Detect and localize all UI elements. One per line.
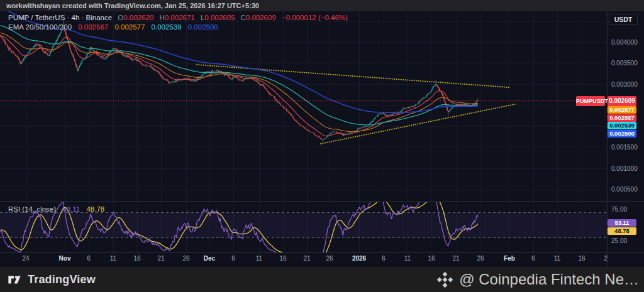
candle-bodies-down bbox=[1, 28, 478, 140]
time-tick-label: 21 bbox=[147, 255, 175, 262]
price-axis-label: 0.001500 bbox=[611, 144, 638, 151]
ema20-value: 0.002567 bbox=[78, 23, 108, 31]
ema-price-badge: 0.002567 bbox=[608, 114, 636, 122]
time-tick-label: 6 bbox=[219, 255, 247, 262]
ema-line-50[interactable] bbox=[1, 33, 478, 131]
close-label: C bbox=[241, 14, 246, 21]
tradingview-chart-window: workwithshayan created with TradingView.… bbox=[0, 0, 644, 292]
time-axis[interactable]: 24Nov611162126Dec6111621262026611162126F… bbox=[0, 252, 644, 267]
candle-wicks-up bbox=[2, 19, 477, 143]
rsi-legend-title: RSI (14, close) bbox=[8, 205, 56, 213]
price-axis-label: 0.000500 bbox=[611, 186, 638, 193]
ema200-value: 0.002500 bbox=[188, 23, 218, 31]
ema-price-badge: 0.002577 bbox=[608, 106, 636, 114]
low-value: 0.002605 bbox=[204, 14, 235, 21]
watermark: @ Coinpedia Fintech Ne… bbox=[436, 271, 639, 288]
time-tick-label: 11 bbox=[543, 255, 571, 262]
time-tick-label: 24 bbox=[12, 255, 40, 262]
rsi-axis-label: 25.00 bbox=[611, 237, 627, 245]
change-value: −0.000012 (−0.46%) bbox=[282, 14, 348, 21]
high-label: H bbox=[159, 14, 164, 21]
candle-wicks-down bbox=[1, 27, 478, 140]
rsi-value-badge: 53.11 bbox=[608, 219, 636, 227]
trendline[interactable] bbox=[321, 104, 517, 144]
close-value: 0.002609 bbox=[246, 14, 276, 21]
open-label: O bbox=[118, 14, 123, 21]
time-tick-label: 26 bbox=[316, 255, 343, 262]
rsi-ma-value: 48.78 bbox=[86, 205, 104, 213]
symbol-title: PUMP / TetherUS · 4h · Binance bbox=[8, 14, 112, 21]
open-value: 0.002620 bbox=[123, 14, 153, 21]
rsi-axis-label: 75.00 bbox=[611, 206, 627, 214]
currency-usdt-button[interactable]: USDT bbox=[609, 14, 638, 25]
price-axis[interactable]: USDT 0.0040000.0035000.0030000.0015000.0… bbox=[607, 11, 644, 267]
trendline[interactable] bbox=[197, 65, 509, 87]
attribution-text: workwithshayan created with TradingView.… bbox=[6, 2, 259, 9]
ema-price-badge: 0.002500 bbox=[608, 130, 636, 138]
time-tick-label: 26 bbox=[467, 255, 494, 262]
rsi-value: 53.11 bbox=[62, 205, 80, 213]
chart-area: PUMP / TetherUS · 4h · Binance O0.002620… bbox=[0, 11, 644, 267]
ticker-badge: PUMPUSDT bbox=[576, 96, 605, 106]
last-price-badge: 0.002609 bbox=[608, 96, 636, 106]
time-tick-label: 6 bbox=[75, 255, 103, 262]
time-tick-label: 16 bbox=[418, 255, 445, 262]
tradingview-brand-link[interactable]: TradingView bbox=[8, 273, 96, 286]
tradingview-brand-text: TradingView bbox=[28, 273, 96, 286]
binance-diamond-icon bbox=[436, 271, 453, 288]
price-axis-label: 0.003500 bbox=[611, 60, 638, 67]
symbol-legend: PUMP / TetherUS · 4h · Binance O0.002620… bbox=[8, 14, 348, 21]
bottom-bar: TradingView @ Coinpedia Fintech Ne… bbox=[0, 267, 644, 292]
ema100-value: 0.002539 bbox=[152, 23, 182, 31]
ema-legend-label: EMA 20/50/100/200 bbox=[8, 23, 72, 31]
price-axis-label: 0.003000 bbox=[611, 81, 638, 89]
price-axis-label: 0.004000 bbox=[611, 39, 638, 46]
time-tick-label: 21 bbox=[442, 255, 470, 262]
watermark-text: @ Coinpedia Fintech Ne… bbox=[459, 271, 639, 288]
price-axis-label: 0.001000 bbox=[611, 165, 638, 173]
high-value: 0.002671 bbox=[165, 14, 195, 21]
tradingview-logo-icon bbox=[8, 274, 23, 286]
ema-line-100[interactable] bbox=[1, 26, 478, 125]
rsi-legend: RSI (14, close) 53.11 48.78 bbox=[8, 205, 104, 213]
time-tick-label: 2026 bbox=[345, 255, 373, 262]
ema50-value: 0.002577 bbox=[114, 23, 145, 31]
ema-legend: EMA 20/50/100/200 0.002567 0.002577 0.00… bbox=[8, 23, 218, 31]
ema-line-20[interactable] bbox=[1, 36, 478, 136]
ema-price-badge: 0.002539 bbox=[608, 122, 636, 129]
rsi-ma-badge: 48.78 bbox=[608, 227, 636, 235]
ohlc-values: O0.002620 H0.002671 L0.002605 C0.002609 … bbox=[114, 14, 348, 21]
chart-canvas[interactable] bbox=[0, 11, 644, 267]
attribution-bar: workwithshayan created with TradingView.… bbox=[0, 0, 644, 11]
